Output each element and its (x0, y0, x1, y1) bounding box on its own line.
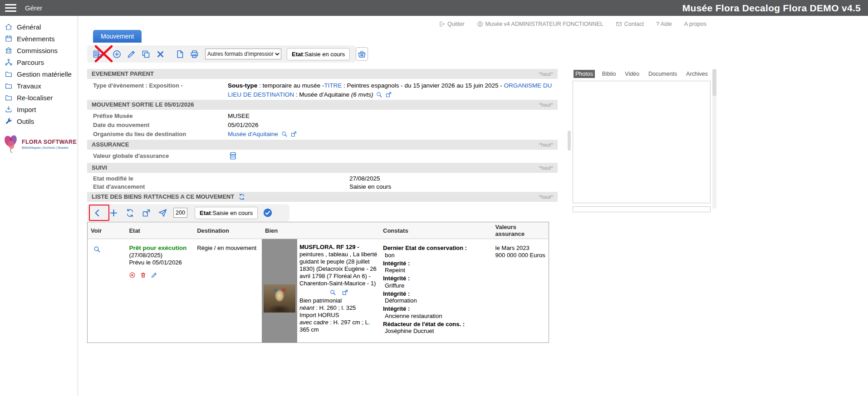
document-button[interactable] (174, 49, 186, 60)
sidebar-item-gestion-materielle[interactable]: Gestion matérielle (0, 68, 78, 80)
field-label-etat-modifie: Etat modifié le (87, 175, 349, 183)
open-list-button[interactable] (141, 207, 152, 219)
haut-link[interactable]: ^haut^ (539, 163, 558, 173)
sidebar-item-parcours[interactable]: Parcours (0, 56, 78, 68)
chevron-left-icon (93, 208, 102, 218)
section-suivi: Etat modifié le 27/08/2025 Etat d'avance… (87, 175, 558, 191)
sidebar-item-label: Parcours (17, 59, 44, 66)
quitter-button[interactable]: Quitter (439, 21, 465, 27)
validate-check-icon[interactable] (263, 208, 273, 218)
section-header-evenement-parent: EVENEMENT PARENT ^haut^ (87, 69, 558, 79)
delete-button[interactable] (155, 49, 166, 60)
painting-image[interactable] (264, 284, 295, 313)
field-value-prefixe: MUSEE (228, 112, 250, 121)
tab-archives[interactable]: Archives (684, 70, 710, 78)
search-icon[interactable] (376, 91, 383, 98)
apropos-link[interactable]: A propos (684, 21, 706, 27)
haut-link[interactable]: ^haut^ (539, 192, 558, 202)
pencil-icon[interactable] (151, 272, 157, 279)
titre-link[interactable]: TITRE (324, 82, 342, 89)
pencil-icon (127, 49, 136, 59)
haut-link[interactable]: ^haut^ (539, 140, 558, 150)
open-window-icon (142, 208, 151, 218)
scrollbar-thumb[interactable] (712, 69, 716, 96)
view-icon[interactable] (93, 245, 101, 253)
field-label-prefixe: Préfixe Musée (87, 112, 228, 121)
field-label-etat-avancement: Etat d'avancement (87, 183, 349, 191)
add-bien-button[interactable] (108, 207, 119, 219)
sidebar: Général Evènements Commissions Parcours … (0, 16, 78, 396)
media-tabs: Photos Biblio Vidéo Documents Archives (573, 68, 711, 80)
open-record-icon[interactable] (342, 289, 348, 296)
app-title: Musée Flora Decalog Flora DEMO v4.5 (682, 0, 861, 16)
list-search-icon (93, 49, 102, 59)
sidebar-item-travaux[interactable]: Travaux (0, 80, 78, 92)
tab-biblio[interactable]: Biblio (600, 70, 618, 78)
sidebar-item-commissions[interactable]: Commissions (0, 44, 78, 56)
calculator-icon[interactable] (229, 152, 237, 160)
open-record-icon[interactable] (290, 131, 297, 137)
sidebar-item-label: Gestion matérielle (17, 70, 72, 78)
sidebar-item-label: Import (17, 106, 36, 113)
send-button[interactable] (157, 207, 168, 219)
tab-mouvement[interactable]: Mouvement (93, 30, 142, 43)
open-record-icon[interactable] (385, 91, 392, 98)
search-list-button[interactable] (92, 49, 103, 60)
contact-link[interactable]: Contact (616, 21, 644, 27)
column-header-valeurs: Valeurs assurance (492, 222, 549, 239)
document-icon (175, 49, 185, 59)
recycle-button[interactable] (124, 207, 136, 219)
refresh-icon[interactable] (238, 193, 245, 200)
print-format-select[interactable]: Autres formats d'impression... (205, 49, 281, 59)
sidebar-item-import[interactable]: Import (0, 103, 78, 115)
liste-etat-chip: Etat : Saisie en cours (195, 207, 258, 219)
sidebar-item-label: Outils (17, 117, 34, 125)
print-button[interactable] (189, 49, 200, 60)
sidebar-item-evenements[interactable]: Evènements (0, 33, 78, 44)
calendar-icon (5, 34, 13, 43)
gerer-menu[interactable]: Gérer (25, 0, 42, 16)
add-button[interactable] (111, 49, 123, 60)
bien-import: Import HORUS (299, 312, 378, 319)
copy-button[interactable] (140, 49, 152, 60)
cancel-circle-icon[interactable] (129, 272, 136, 279)
panel-scrollbar[interactable] (712, 69, 716, 209)
user-menu[interactable]: Musée v4 ADMINISTRATEUR FONCTIONNEL (477, 21, 603, 27)
sidebar-item-outils[interactable]: Outils (0, 115, 78, 127)
tab-video[interactable]: Vidéo (623, 70, 641, 78)
evenement-parent-value: Sous-type : temporaire au musée -TITRE :… (228, 81, 558, 99)
send-icon (158, 208, 167, 218)
main-toolbar: Autres formats d'impression... Etat : Sa… (87, 45, 356, 63)
haut-link[interactable]: ^haut^ (539, 100, 558, 110)
network-icon (5, 58, 13, 66)
sidebar-item-relocaliser[interactable]: Re-localiser (0, 92, 78, 103)
musee-aquitaine-link[interactable]: Musée d'Aquitaine (228, 131, 278, 137)
field-value-organisme: Musée d'Aquitaine (228, 130, 297, 139)
top-bar: Gérer Musée Flora Decalog Flora DEMO v4.… (0, 0, 868, 16)
hamburger-menu-icon[interactable] (5, 4, 16, 14)
basket-button[interactable] (356, 47, 368, 61)
trash-icon[interactable] (140, 272, 147, 279)
back-button[interactable] (92, 207, 103, 219)
search-icon[interactable] (281, 131, 288, 137)
sidebar-item-general[interactable]: Général (0, 21, 78, 33)
bien-thumbnail[interactable] (262, 239, 297, 342)
section-header-mouvement-sortie: MOUVEMENT SORTIE LE 05/01/2026 ^haut^ (87, 100, 558, 110)
count-input[interactable] (173, 208, 187, 218)
aide-link[interactable]: ? Aide (656, 21, 672, 27)
field-label-type-evenement: Type d'évènement : Exposition - (87, 81, 228, 99)
bien-description: MUSFLORA. RF 129 - peintures , tableau ,… (299, 239, 379, 342)
logout-icon (439, 21, 445, 27)
search-icon[interactable] (329, 289, 336, 296)
haut-link[interactable]: ^haut^ (539, 69, 558, 79)
tab-photos[interactable]: Photos (574, 70, 595, 78)
panel-collapse-handle[interactable] (568, 131, 571, 151)
logo-subtitle: Bibliothèques | Archives | Musées (22, 146, 77, 149)
section-mouvement-sortie: Préfixe Musée MUSEE Date du mouvement 05… (87, 112, 558, 139)
biens-table: Voir Etat Destination Bien Constats Vale… (87, 222, 549, 343)
photos-content-area (573, 81, 711, 203)
tab-documents[interactable]: Documents (647, 70, 679, 78)
wrench-icon (5, 117, 13, 125)
flora-logo: FLORA SOFTWARE Bibliothèques | Archives … (0, 134, 78, 153)
edit-button[interactable] (126, 49, 137, 60)
